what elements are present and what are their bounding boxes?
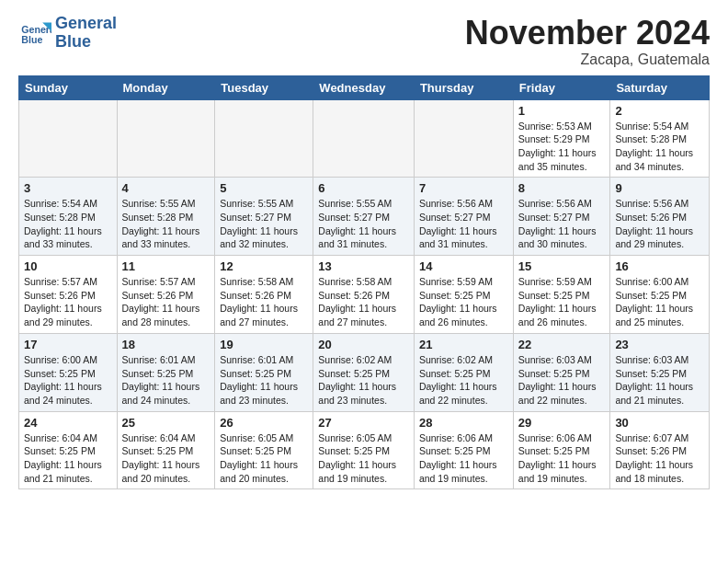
day-info: Sunrise: 5:54 AMSunset: 5:28 PMDaylight:… (615, 120, 704, 174)
calendar-cell (215, 99, 313, 178)
calendar-cell (19, 99, 118, 178)
calendar-cell: 25Sunrise: 6:04 AMSunset: 5:25 PMDayligh… (117, 411, 215, 489)
calendar-cell (414, 99, 513, 178)
day-info: Sunrise: 6:02 AMSunset: 5:25 PMDaylight:… (318, 353, 409, 408)
day-info: Sunrise: 6:00 AMSunset: 5:25 PMDaylight:… (615, 275, 704, 329)
day-info: Sunrise: 6:05 AMSunset: 5:25 PMDaylight:… (220, 431, 308, 486)
day-number: 9 (615, 181, 704, 195)
day-number: 22 (518, 338, 606, 351)
day-info: Sunrise: 5:56 AMSunset: 5:27 PMDaylight:… (419, 197, 508, 251)
day-number: 13 (318, 259, 409, 273)
calendar-cell: 30Sunrise: 6:07 AMSunset: 5:26 PMDayligh… (610, 411, 710, 489)
calendar-week-row: 24Sunrise: 6:04 AMSunset: 5:25 PMDayligh… (19, 411, 710, 489)
calendar-cell: 3Sunrise: 5:54 AMSunset: 5:28 PMDaylight… (19, 178, 118, 256)
calendar-cell: 11Sunrise: 5:57 AMSunset: 5:26 PMDayligh… (117, 256, 215, 334)
day-info: Sunrise: 6:01 AMSunset: 5:25 PMDaylight:… (220, 353, 308, 408)
day-number: 15 (518, 259, 606, 273)
calendar-cell: 15Sunrise: 5:59 AMSunset: 5:25 PMDayligh… (513, 256, 610, 334)
calendar-cell: 28Sunrise: 6:06 AMSunset: 5:25 PMDayligh… (414, 411, 513, 489)
title-area: November 2024 Zacapa, Guatemala (465, 15, 710, 68)
day-number: 25 (122, 416, 210, 430)
calendar-cell (117, 99, 215, 178)
day-number: 27 (318, 416, 409, 430)
calendar-cell: 2Sunrise: 5:54 AMSunset: 5:28 PMDaylight… (610, 99, 710, 178)
calendar-cell: 4Sunrise: 5:55 AMSunset: 5:28 PMDaylight… (117, 178, 215, 256)
day-number: 24 (24, 416, 112, 430)
day-number: 8 (518, 181, 606, 195)
weekday-header-tuesday: Tuesday (215, 75, 313, 99)
calendar-cell: 9Sunrise: 5:56 AMSunset: 5:26 PMDaylight… (610, 178, 710, 256)
calendar-week-row: 17Sunrise: 6:00 AMSunset: 5:25 PMDayligh… (19, 333, 710, 411)
calendar-cell: 29Sunrise: 6:06 AMSunset: 5:25 PMDayligh… (513, 411, 610, 489)
day-number: 18 (122, 338, 210, 351)
calendar-week-row: 1Sunrise: 5:53 AMSunset: 5:29 PMDaylight… (19, 99, 710, 178)
day-number: 5 (220, 181, 308, 195)
calendar-cell: 21Sunrise: 6:02 AMSunset: 5:25 PMDayligh… (414, 333, 513, 411)
calendar-cell: 23Sunrise: 6:03 AMSunset: 5:25 PMDayligh… (610, 333, 710, 411)
day-info: Sunrise: 6:07 AMSunset: 5:26 PMDaylight:… (615, 431, 704, 486)
day-info: Sunrise: 5:55 AMSunset: 5:27 PMDaylight:… (220, 197, 308, 251)
weekday-header-friday: Friday (513, 75, 610, 99)
calendar-cell: 22Sunrise: 6:03 AMSunset: 5:25 PMDayligh… (513, 333, 610, 411)
day-number: 21 (419, 338, 508, 351)
day-number: 3 (24, 181, 112, 195)
day-info: Sunrise: 5:59 AMSunset: 5:25 PMDaylight:… (419, 275, 508, 329)
day-number: 14 (419, 259, 508, 273)
day-info: Sunrise: 6:02 AMSunset: 5:25 PMDaylight:… (419, 353, 508, 408)
day-info: Sunrise: 5:59 AMSunset: 5:25 PMDaylight:… (518, 275, 606, 329)
calendar-cell: 6Sunrise: 5:55 AMSunset: 5:27 PMDaylight… (313, 178, 415, 256)
calendar-cell: 13Sunrise: 5:58 AMSunset: 5:26 PMDayligh… (313, 256, 415, 334)
calendar-cell: 16Sunrise: 6:00 AMSunset: 5:25 PMDayligh… (610, 256, 710, 334)
weekday-header-saturday: Saturday (610, 75, 710, 99)
calendar-cell: 24Sunrise: 6:04 AMSunset: 5:25 PMDayligh… (19, 411, 118, 489)
day-info: Sunrise: 5:53 AMSunset: 5:29 PMDaylight:… (518, 120, 606, 174)
day-info: Sunrise: 5:56 AMSunset: 5:27 PMDaylight:… (518, 197, 606, 251)
calendar-week-row: 10Sunrise: 5:57 AMSunset: 5:26 PMDayligh… (19, 256, 710, 334)
day-number: 26 (220, 416, 308, 430)
calendar-cell: 8Sunrise: 5:56 AMSunset: 5:27 PMDaylight… (513, 178, 610, 256)
weekday-header-thursday: Thursday (414, 75, 513, 99)
day-number: 1 (518, 104, 606, 118)
day-info: Sunrise: 5:54 AMSunset: 5:28 PMDaylight:… (24, 197, 112, 251)
calendar-cell: 1Sunrise: 5:53 AMSunset: 5:29 PMDaylight… (513, 99, 610, 178)
day-info: Sunrise: 6:03 AMSunset: 5:25 PMDaylight:… (518, 353, 606, 408)
day-number: 12 (220, 259, 308, 273)
weekday-header-row: SundayMondayTuesdayWednesdayThursdayFrid… (19, 75, 710, 99)
calendar-cell: 26Sunrise: 6:05 AMSunset: 5:25 PMDayligh… (215, 411, 313, 489)
calendar-cell: 7Sunrise: 5:56 AMSunset: 5:27 PMDaylight… (414, 178, 513, 256)
weekday-header-monday: Monday (117, 75, 215, 99)
day-number: 2 (615, 104, 704, 118)
day-info: Sunrise: 5:58 AMSunset: 5:26 PMDaylight:… (220, 275, 308, 329)
day-number: 28 (419, 416, 508, 430)
day-number: 10 (24, 259, 112, 273)
day-number: 16 (615, 259, 704, 273)
day-number: 29 (518, 416, 606, 430)
calendar-cell: 19Sunrise: 6:01 AMSunset: 5:25 PMDayligh… (215, 333, 313, 411)
calendar-cell: 5Sunrise: 5:55 AMSunset: 5:27 PMDaylight… (215, 178, 313, 256)
day-number: 4 (122, 181, 210, 195)
calendar-cell: 27Sunrise: 6:05 AMSunset: 5:25 PMDayligh… (313, 411, 415, 489)
svg-text:Blue: Blue (21, 34, 42, 45)
calendar-week-row: 3Sunrise: 5:54 AMSunset: 5:28 PMDaylight… (19, 178, 710, 256)
day-info: Sunrise: 6:01 AMSunset: 5:25 PMDaylight:… (122, 353, 210, 408)
month-title: November 2024 (465, 15, 710, 52)
day-info: Sunrise: 5:56 AMSunset: 5:26 PMDaylight:… (615, 197, 704, 251)
day-number: 19 (220, 338, 308, 351)
day-info: Sunrise: 6:06 AMSunset: 5:25 PMDaylight:… (518, 431, 606, 486)
day-number: 11 (122, 259, 210, 273)
day-info: Sunrise: 5:55 AMSunset: 5:27 PMDaylight:… (318, 197, 409, 251)
calendar-cell: 18Sunrise: 6:01 AMSunset: 5:25 PMDayligh… (117, 333, 215, 411)
calendar-table: SundayMondayTuesdayWednesdayThursdayFrid… (18, 75, 710, 490)
day-number: 30 (615, 416, 704, 430)
weekday-header-wednesday: Wednesday (313, 75, 415, 99)
day-info: Sunrise: 6:03 AMSunset: 5:25 PMDaylight:… (615, 353, 704, 408)
calendar-cell (313, 99, 415, 178)
day-number: 23 (615, 338, 704, 351)
calendar-cell: 17Sunrise: 6:00 AMSunset: 5:25 PMDayligh… (19, 333, 118, 411)
calendar-cell: 20Sunrise: 6:02 AMSunset: 5:25 PMDayligh… (313, 333, 415, 411)
header: General Blue General Blue November 2024 … (18, 15, 710, 68)
day-info: Sunrise: 6:05 AMSunset: 5:25 PMDaylight:… (318, 431, 409, 486)
day-info: Sunrise: 5:57 AMSunset: 5:26 PMDaylight:… (122, 275, 210, 329)
page: General Blue General Blue November 2024 … (0, 0, 728, 504)
calendar-cell: 12Sunrise: 5:58 AMSunset: 5:26 PMDayligh… (215, 256, 313, 334)
